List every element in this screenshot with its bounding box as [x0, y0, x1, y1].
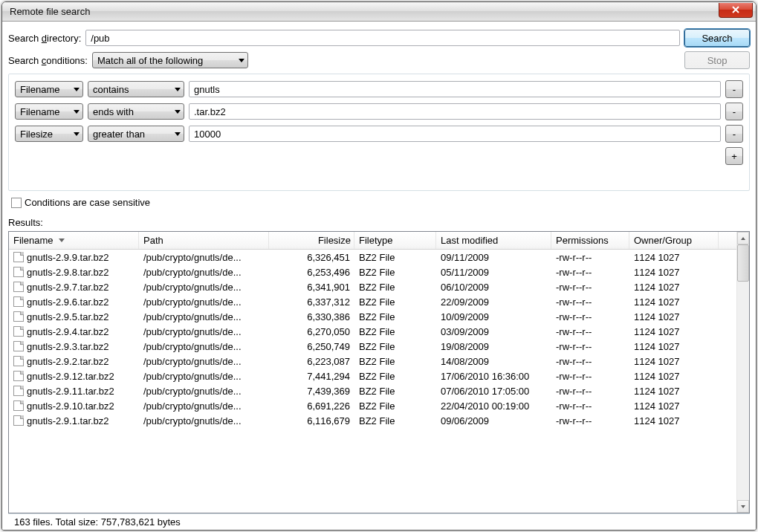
condition-field-select[interactable]: Filesize [15, 126, 83, 142]
cell-filename: gnutls-2.9.2.tar.bz2 [27, 356, 109, 367]
close-button[interactable] [719, 3, 753, 18]
search-button[interactable]: Search [684, 29, 750, 47]
scroll-thumb[interactable] [737, 244, 749, 282]
cell-filesize: 6,253,496 [269, 267, 354, 278]
cell-filesize: 6,337,312 [269, 296, 354, 308]
column-permissions[interactable]: Permissions [551, 232, 629, 249]
cell-owner: 1124 1027 [629, 296, 719, 308]
condition-value-input[interactable] [189, 126, 721, 142]
column-filetype[interactable]: Filetype [354, 232, 436, 249]
cell-path: /pub/crypto/gnutls/de... [139, 371, 269, 382]
cell-filetype: BZ2 File [354, 296, 436, 308]
file-icon [13, 400, 24, 411]
cell-filename: gnutls-2.9.7.tar.bz2 [27, 282, 109, 293]
cell-filetype: BZ2 File [354, 356, 436, 367]
remove-condition-button[interactable]: - [725, 125, 743, 143]
table-row[interactable]: gnutls-2.9.6.tar.bz2 /pub/crypto/gnutls/… [9, 294, 736, 309]
condition-op-select[interactable]: ends with [88, 103, 184, 120]
file-icon [13, 356, 24, 366]
cell-filesize: 6,223,087 [269, 356, 354, 367]
table-row[interactable]: gnutls-2.9.2.tar.bz2 /pub/crypto/gnutls/… [9, 354, 736, 369]
cell-filename: gnutls-2.9.11.tar.bz2 [27, 386, 114, 397]
table-row[interactable]: gnutls-2.9.7.tar.bz2 /pub/crypto/gnutls/… [9, 279, 736, 294]
cell-path: /pub/crypto/gnutls/de... [139, 267, 269, 278]
table-row[interactable]: gnutls-2.9.10.tar.bz2 /pub/crypto/gnutls… [9, 398, 736, 413]
cell-owner: 1124 1027 [629, 311, 719, 322]
cell-lastmodified: 07/06/2010 17:05:00 [436, 386, 551, 397]
column-filename[interactable]: Filename [9, 232, 139, 249]
table-header: Filename Path Filesize Filetype Last mod… [9, 232, 736, 250]
results-table: Filename Path Filesize Filetype Last mod… [9, 232, 736, 513]
cell-permissions: -rw-r--r-- [551, 386, 629, 397]
file-icon [13, 311, 24, 322]
cell-owner: 1124 1027 [629, 252, 719, 263]
cell-lastmodified: 17/06/2010 16:36:00 [436, 371, 551, 382]
condition-value-input[interactable] [189, 81, 721, 97]
file-icon [13, 326, 24, 337]
window-frame: Remote file search Search directory: Sea… [1, 1, 757, 531]
condition-field-select[interactable]: Filename [15, 81, 83, 97]
cell-filename: gnutls-2.9.9.tar.bz2 [27, 252, 109, 263]
cell-filename: gnutls-2.9.6.tar.bz2 [27, 296, 109, 308]
column-path[interactable]: Path [139, 232, 269, 249]
conditions-mode-select[interactable]: Match all of the following [92, 52, 248, 68]
table-row[interactable]: gnutls-2.9.9.tar.bz2 /pub/crypto/gnutls/… [9, 250, 736, 265]
cell-filename: gnutls-2.9.3.tar.bz2 [27, 341, 109, 352]
cell-filesize: 6,330,386 [269, 311, 354, 322]
condition-op-select[interactable]: contains [88, 81, 184, 97]
file-icon [13, 386, 24, 396]
stop-button[interactable]: Stop [684, 51, 750, 69]
cell-path: /pub/crypto/gnutls/de... [139, 326, 269, 337]
cell-filename: gnutls-2.9.8.tar.bz2 [27, 267, 109, 278]
status-bar: 163 files. Total size: 757,783,621 bytes [8, 513, 750, 530]
column-owner[interactable]: Owner/Group [629, 232, 719, 249]
file-icon [13, 296, 24, 307]
condition-field-select[interactable]: Filename [15, 103, 83, 120]
table-row[interactable]: gnutls-2.9.5.tar.bz2 /pub/crypto/gnutls/… [9, 309, 736, 324]
table-row[interactable]: gnutls-2.9.12.tar.bz2 /pub/crypto/gnutls… [9, 369, 736, 383]
table-row[interactable]: gnutls-2.9.8.tar.bz2 /pub/crypto/gnutls/… [9, 265, 736, 279]
cell-permissions: -rw-r--r-- [551, 311, 629, 322]
cell-path: /pub/crypto/gnutls/de... [139, 282, 269, 293]
search-directory-input[interactable] [85, 30, 680, 46]
table-row[interactable]: gnutls-2.9.11.tar.bz2 /pub/crypto/gnutls… [9, 383, 736, 398]
cell-lastmodified: 03/09/2009 [436, 326, 551, 337]
cell-filetype: BZ2 File [354, 326, 436, 337]
cell-filesize: 6,250,749 [269, 341, 354, 352]
chevron-down-icon [175, 88, 181, 91]
cell-filename: gnutls-2.9.5.tar.bz2 [27, 311, 109, 322]
results-panel: Filename Path Filesize Filetype Last mod… [8, 231, 750, 513]
cell-owner: 1124 1027 [629, 326, 719, 337]
scroll-down-button[interactable] [737, 500, 749, 513]
table-row[interactable]: gnutls-2.9.4.tar.bz2 /pub/crypto/gnutls/… [9, 324, 736, 339]
cell-path: /pub/crypto/gnutls/de... [139, 311, 269, 322]
status-text: 163 files. Total size: 757,783,621 bytes [14, 516, 181, 528]
cell-path: /pub/crypto/gnutls/de... [139, 341, 269, 352]
column-filesize[interactable]: Filesize [269, 232, 354, 249]
cell-lastmodified: 14/08/2009 [436, 356, 551, 367]
scroll-up-button[interactable] [737, 232, 749, 244]
titlebar[interactable]: Remote file search [2, 2, 756, 22]
chevron-down-icon [175, 110, 181, 114]
remove-condition-button[interactable]: - [725, 80, 743, 98]
case-sensitive-checkbox[interactable] [11, 198, 22, 208]
condition-row: Filename contains - [15, 80, 743, 98]
cell-path: /pub/crypto/gnutls/de... [139, 252, 269, 263]
cell-permissions: -rw-r--r-- [551, 371, 629, 382]
cell-permissions: -rw-r--r-- [551, 296, 629, 308]
cell-filetype: BZ2 File [354, 311, 436, 322]
file-icon [13, 267, 24, 277]
window-title: Remote file search [10, 6, 719, 17]
condition-value-input[interactable] [189, 103, 721, 120]
condition-op-select[interactable]: greater than [88, 126, 184, 142]
cell-filetype: BZ2 File [354, 386, 436, 397]
table-row[interactable]: gnutls-2.9.1.tar.bz2 /pub/crypto/gnutls/… [9, 413, 736, 428]
column-lastmodified[interactable]: Last modified [436, 232, 551, 249]
remove-condition-button[interactable]: - [725, 103, 743, 120]
cell-lastmodified: 09/06/2009 [436, 415, 551, 426]
chevron-down-icon [175, 132, 181, 136]
cell-filename: gnutls-2.9.4.tar.bz2 [27, 326, 109, 337]
vertical-scrollbar[interactable] [736, 232, 749, 513]
table-row[interactable]: gnutls-2.9.3.tar.bz2 /pub/crypto/gnutls/… [9, 339, 736, 354]
add-condition-button[interactable]: + [725, 147, 743, 165]
